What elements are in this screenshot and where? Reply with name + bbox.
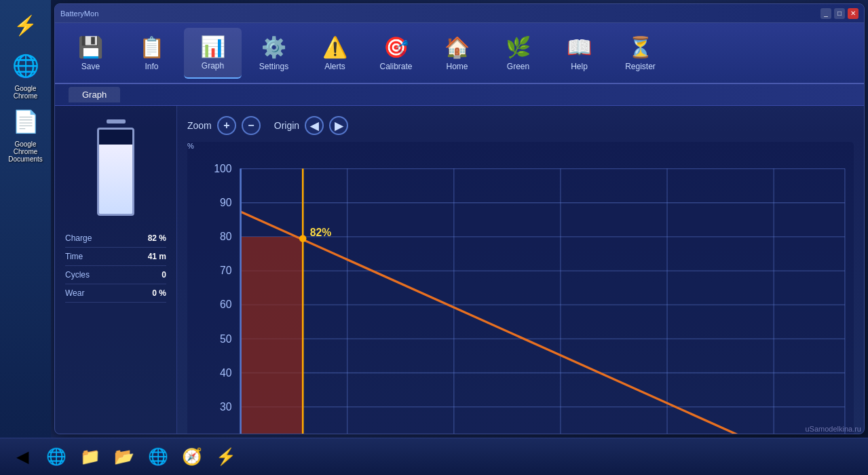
- desktop-icon-chrome[interactable]: 🌐 Google Chrome: [2, 50, 50, 100]
- svg-marker-25: [241, 237, 303, 434]
- stat-cycles: Cycles 0: [65, 266, 166, 284]
- origin-right-button[interactable]: ▶: [329, 116, 348, 135]
- battery-fill: [99, 145, 132, 214]
- toolbar-green[interactable]: 🌿 Green: [489, 28, 547, 79]
- svg-text:60: 60: [220, 299, 232, 310]
- wear-label: Wear: [65, 288, 84, 298]
- close-button[interactable]: ✕: [848, 8, 858, 19]
- desktop-icon-docs[interactable]: 📄 Google Chrome Documents: [2, 105, 50, 163]
- toolbar-save[interactable]: 💾 Save: [62, 28, 119, 79]
- title-controls: _ □ ✕: [820, 8, 858, 19]
- info-icon: 📋: [139, 35, 164, 59]
- docs-icon: 📄: [10, 105, 42, 138]
- time-value: 41 m: [148, 252, 166, 261]
- toolbar: 💾 Save 📋 Info 📊 Graph ⚙️ Settings ⚠️ Ale…: [55, 23, 864, 84]
- toolbar-help[interactable]: 📖 Help: [550, 28, 608, 79]
- green-icon: 🌿: [506, 35, 531, 59]
- stat-wear: Wear 0 %: [65, 284, 166, 303]
- stat-charge: Charge 82 %: [65, 229, 166, 248]
- zoom-in-button[interactable]: +: [217, 116, 236, 135]
- home-icon: 🏠: [445, 35, 470, 59]
- title-bar-left: BatteryMon: [60, 10, 98, 18]
- origin-group: Origin ◀ ▶: [274, 116, 348, 135]
- taskbar-bottom-chrome[interactable]: 🌐: [143, 442, 173, 472]
- battery-widget: [97, 119, 134, 216]
- taskbar-bottom-folder[interactable]: 📁: [75, 442, 105, 472]
- taskbar-bottom-compass[interactable]: 🧭: [176, 442, 207, 472]
- toolbar-alerts[interactable]: ⚠️ Alerts: [306, 28, 364, 79]
- cycles-label: Cycles: [65, 270, 90, 280]
- register-label: Register: [625, 62, 656, 71]
- calibrate-label: Calibrate: [379, 62, 412, 71]
- register-icon: ⏳: [628, 35, 653, 59]
- folder2-icon: 📂: [114, 447, 134, 466]
- toolbar-settings[interactable]: ⚙️ Settings: [245, 28, 303, 79]
- calibrate-icon: 🎯: [383, 35, 409, 59]
- time-label: Time: [65, 252, 83, 261]
- arrow-icon: ◀: [16, 447, 29, 466]
- taskbar-bottom-folder2[interactable]: 📂: [109, 442, 139, 472]
- maximize-button[interactable]: □: [834, 8, 845, 19]
- chart-container: %: [187, 142, 854, 434]
- svg-text:40: 40: [220, 367, 232, 379]
- svg-text:90: 90: [220, 197, 232, 208]
- svg-text:70: 70: [220, 265, 232, 276]
- chrome-label: Google Chrome: [2, 85, 50, 100]
- info-label: Info: [145, 62, 158, 71]
- taskbar-bottom-arrow[interactable]: ◀: [7, 442, 37, 472]
- settings-label: Settings: [259, 62, 288, 71]
- battery-cap: [107, 119, 126, 124]
- settings-icon: ⚙️: [261, 35, 286, 59]
- help-icon: 📖: [567, 35, 592, 59]
- tab-graph[interactable]: Graph: [69, 87, 120, 102]
- help-label: Help: [571, 62, 588, 71]
- svg-point-28: [299, 235, 306, 242]
- subtab-bar: Graph: [55, 84, 864, 106]
- app-taskbar-icon: ⚡: [216, 447, 236, 466]
- zoom-out-button[interactable]: −: [242, 116, 261, 135]
- watermark: uSamodelkina.ru: [805, 425, 861, 433]
- taskbar-bottom-app[interactable]: ⚡: [210, 442, 241, 472]
- battery-body: [97, 128, 134, 216]
- green-label: Green: [507, 62, 529, 71]
- stats-table: Charge 82 % Time 41 m Cycles 0 Wear 0 %: [65, 229, 166, 303]
- chart-svg: 100 90 80 70 60 50 40 30: [187, 142, 854, 434]
- left-taskbar: ⚡ 🌐 Google Chrome 📄 Google Chrome Docume…: [0, 0, 51, 475]
- left-panel: Charge 82 % Time 41 m Cycles 0 Wear 0 %: [55, 106, 177, 434]
- graph-icon: 📊: [200, 35, 225, 58]
- svg-text:80: 80: [220, 231, 232, 242]
- graph-label: Graph: [202, 61, 224, 71]
- alerts-icon: ⚠️: [322, 35, 347, 59]
- taskbar-bottom-ie[interactable]: 🌐: [41, 442, 71, 472]
- charge-value: 82 %: [148, 233, 166, 243]
- charge-label: Charge: [65, 233, 92, 243]
- svg-text:50: 50: [220, 333, 232, 345]
- y-axis-label: %: [187, 142, 194, 150]
- origin-label: Origin: [274, 120, 299, 131]
- app-window: BatteryMon _ □ ✕ 💾 Save 📋 Info 📊 Graph ⚙…: [54, 3, 865, 434]
- zoom-group: Zoom + −: [187, 116, 261, 135]
- origin-left-button[interactable]: ◀: [305, 116, 324, 135]
- save-label: Save: [81, 62, 100, 71]
- toolbar-home[interactable]: 🏠 Home: [428, 28, 486, 79]
- svg-text:30: 30: [220, 401, 232, 413]
- graph-panel: Zoom + − Origin ◀ ▶ %: [177, 106, 864, 434]
- toolbar-graph[interactable]: 📊 Graph: [184, 28, 242, 79]
- power-icon: ⚡: [14, 14, 37, 37]
- bottom-taskbar: ◀ 🌐 📁 📂 🌐 🧭 ⚡: [0, 438, 868, 475]
- folder-icon: 📁: [80, 447, 100, 466]
- ie-icon: 🌐: [46, 447, 67, 466]
- minimize-button[interactable]: _: [820, 8, 831, 19]
- toolbar-register[interactable]: ⏳ Register: [611, 28, 669, 79]
- save-icon: 💾: [78, 35, 103, 59]
- app-title: BatteryMon: [60, 10, 98, 18]
- docs-label: Google Chrome Documents: [2, 140, 50, 163]
- toolbar-info[interactable]: 📋 Info: [123, 28, 181, 79]
- taskbar-icon-power[interactable]: ⚡: [7, 7, 44, 44]
- title-bar: BatteryMon _ □ ✕: [55, 4, 864, 23]
- toolbar-calibrate[interactable]: 🎯 Calibrate: [367, 28, 425, 79]
- stat-time: Time 41 m: [65, 248, 166, 266]
- compass-icon: 🧭: [182, 447, 202, 466]
- svg-text:100: 100: [214, 163, 231, 174]
- tab-graph-label: Graph: [82, 90, 107, 100]
